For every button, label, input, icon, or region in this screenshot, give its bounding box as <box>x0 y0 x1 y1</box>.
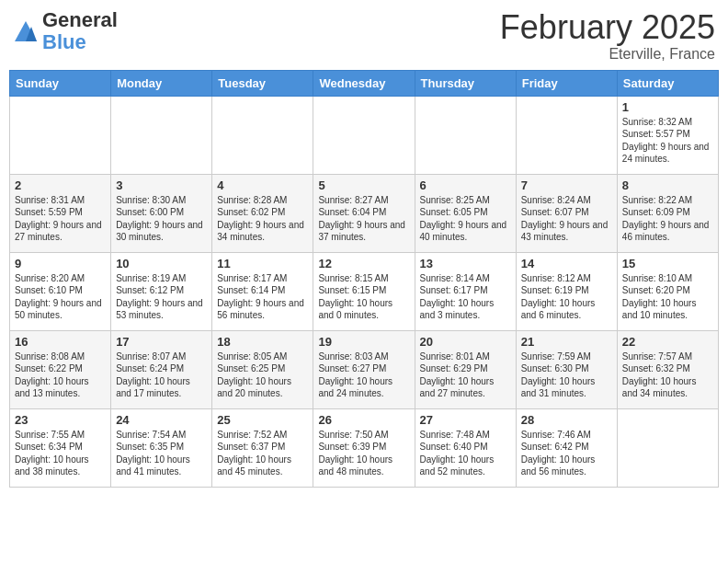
calendar-cell <box>212 96 313 174</box>
calendar-cell <box>111 96 212 174</box>
month-title: February 2025 <box>500 9 715 46</box>
location: Eterville, France <box>500 46 715 63</box>
day-info: Sunrise: 7:55 AM Sunset: 6:34 PM Dayligh… <box>15 429 106 478</box>
day-info: Sunrise: 8:14 AM Sunset: 6:17 PM Dayligh… <box>420 272 511 322</box>
calendar-cell: 5Sunrise: 8:27 AM Sunset: 6:04 PM Daylig… <box>313 174 415 252</box>
calendar-cell: 22Sunrise: 7:57 AM Sunset: 6:32 PM Dayli… <box>617 330 718 408</box>
col-friday: Friday <box>516 70 617 96</box>
day-number: 8 <box>622 178 713 192</box>
calendar-cell <box>313 96 415 174</box>
logo: General Blue <box>13 9 118 53</box>
calendar-week-1: 1Sunrise: 8:32 AM Sunset: 5:57 PM Daylig… <box>10 96 719 174</box>
calendar-cell: 27Sunrise: 7:48 AM Sunset: 6:40 PM Dayli… <box>415 408 516 487</box>
col-sunday: Sunday <box>10 70 111 96</box>
day-info: Sunrise: 8:22 AM Sunset: 6:09 PM Dayligh… <box>622 194 713 244</box>
day-info: Sunrise: 7:46 AM Sunset: 6:42 PM Dayligh… <box>521 429 612 478</box>
day-number: 5 <box>318 178 409 192</box>
calendar-cell: 13Sunrise: 8:14 AM Sunset: 6:17 PM Dayli… <box>415 252 516 330</box>
day-number: 28 <box>521 413 612 427</box>
calendar-cell <box>10 96 111 174</box>
day-number: 3 <box>116 178 207 192</box>
calendar-cell: 20Sunrise: 8:01 AM Sunset: 6:29 PM Dayli… <box>415 330 516 408</box>
calendar-cell: 18Sunrise: 8:05 AM Sunset: 6:25 PM Dayli… <box>212 330 313 408</box>
calendar-cell <box>617 408 718 487</box>
day-number: 4 <box>217 178 308 192</box>
day-number: 13 <box>420 257 511 270</box>
calendar-cell: 16Sunrise: 8:08 AM Sunset: 6:22 PM Dayli… <box>10 330 111 408</box>
day-info: Sunrise: 8:25 AM Sunset: 6:05 PM Dayligh… <box>420 194 511 244</box>
day-info: Sunrise: 8:01 AM Sunset: 6:29 PM Dayligh… <box>420 350 511 400</box>
logo-text: General Blue <box>42 9 118 53</box>
day-info: Sunrise: 7:59 AM Sunset: 6:30 PM Dayligh… <box>521 350 612 400</box>
day-number: 9 <box>15 257 106 270</box>
calendar-cell: 2Sunrise: 8:31 AM Sunset: 5:59 PM Daylig… <box>10 174 111 252</box>
calendar-cell: 21Sunrise: 7:59 AM Sunset: 6:30 PM Dayli… <box>516 330 617 408</box>
day-number: 2 <box>15 178 106 192</box>
day-info: Sunrise: 8:03 AM Sunset: 6:27 PM Dayligh… <box>318 350 409 400</box>
calendar-table: Sunday Monday Tuesday Wednesday Thursday… <box>9 70 719 488</box>
day-info: Sunrise: 8:17 AM Sunset: 6:14 PM Dayligh… <box>217 272 308 322</box>
day-info: Sunrise: 8:19 AM Sunset: 6:12 PM Dayligh… <box>116 272 207 322</box>
day-info: Sunrise: 8:32 AM Sunset: 5:57 PM Dayligh… <box>622 116 713 166</box>
day-info: Sunrise: 7:48 AM Sunset: 6:40 PM Dayligh… <box>420 429 511 478</box>
calendar-cell: 15Sunrise: 8:10 AM Sunset: 6:20 PM Dayli… <box>617 252 718 330</box>
calendar-cell: 26Sunrise: 7:50 AM Sunset: 6:39 PM Dayli… <box>313 408 415 487</box>
day-number: 16 <box>15 335 106 349</box>
day-info: Sunrise: 8:28 AM Sunset: 6:02 PM Dayligh… <box>217 194 308 244</box>
day-number: 19 <box>318 335 409 349</box>
calendar-cell: 11Sunrise: 8:17 AM Sunset: 6:14 PM Dayli… <box>212 252 313 330</box>
calendar-cell <box>415 96 516 174</box>
title-block: February 2025 Eterville, France <box>500 9 715 63</box>
calendar-cell: 6Sunrise: 8:25 AM Sunset: 6:05 PM Daylig… <box>415 174 516 252</box>
day-number: 23 <box>15 413 106 427</box>
day-info: Sunrise: 8:15 AM Sunset: 6:15 PM Dayligh… <box>318 272 409 322</box>
day-info: Sunrise: 7:52 AM Sunset: 6:37 PM Dayligh… <box>217 429 308 478</box>
logo-general: General <box>42 9 118 31</box>
day-number: 15 <box>622 257 713 270</box>
day-info: Sunrise: 8:05 AM Sunset: 6:25 PM Dayligh… <box>217 350 308 400</box>
day-number: 18 <box>217 335 308 349</box>
calendar-cell: 19Sunrise: 8:03 AM Sunset: 6:27 PM Dayli… <box>313 330 415 408</box>
calendar-cell: 23Sunrise: 7:55 AM Sunset: 6:34 PM Dayli… <box>10 408 111 487</box>
col-thursday: Thursday <box>415 70 516 96</box>
day-info: Sunrise: 8:27 AM Sunset: 6:04 PM Dayligh… <box>318 194 409 244</box>
calendar-cell: 12Sunrise: 8:15 AM Sunset: 6:15 PM Dayli… <box>313 252 415 330</box>
calendar-cell: 17Sunrise: 8:07 AM Sunset: 6:24 PM Dayli… <box>111 330 212 408</box>
calendar-week-3: 9Sunrise: 8:20 AM Sunset: 6:10 PM Daylig… <box>10 252 719 330</box>
day-info: Sunrise: 8:08 AM Sunset: 6:22 PM Dayligh… <box>15 350 106 400</box>
logo-blue: Blue <box>42 31 118 53</box>
calendar-cell: 28Sunrise: 7:46 AM Sunset: 6:42 PM Dayli… <box>516 408 617 487</box>
day-info: Sunrise: 8:24 AM Sunset: 6:07 PM Dayligh… <box>521 194 612 244</box>
day-number: 17 <box>116 335 207 349</box>
day-info: Sunrise: 8:07 AM Sunset: 6:24 PM Dayligh… <box>116 350 207 400</box>
day-info: Sunrise: 8:31 AM Sunset: 5:59 PM Dayligh… <box>15 194 106 244</box>
calendar-cell: 14Sunrise: 8:12 AM Sunset: 6:19 PM Dayli… <box>516 252 617 330</box>
day-number: 27 <box>420 413 511 427</box>
calendar-week-5: 23Sunrise: 7:55 AM Sunset: 6:34 PM Dayli… <box>10 408 719 487</box>
page-header: General Blue February 2025 Eterville, Fr… <box>9 9 719 63</box>
calendar-cell: 7Sunrise: 8:24 AM Sunset: 6:07 PM Daylig… <box>516 174 617 252</box>
day-number: 6 <box>420 178 511 192</box>
day-number: 7 <box>521 178 612 192</box>
day-number: 10 <box>116 257 207 270</box>
calendar-cell: 3Sunrise: 8:30 AM Sunset: 6:00 PM Daylig… <box>111 174 212 252</box>
day-number: 21 <box>521 335 612 349</box>
calendar-cell: 25Sunrise: 7:52 AM Sunset: 6:37 PM Dayli… <box>212 408 313 487</box>
day-number: 20 <box>420 335 511 349</box>
day-number: 26 <box>318 413 409 427</box>
col-saturday: Saturday <box>617 70 718 96</box>
col-monday: Monday <box>111 70 212 96</box>
day-info: Sunrise: 7:57 AM Sunset: 6:32 PM Dayligh… <box>622 350 713 400</box>
day-number: 1 <box>622 100 713 114</box>
calendar-cell: 4Sunrise: 8:28 AM Sunset: 6:02 PM Daylig… <box>212 174 313 252</box>
calendar-cell: 1Sunrise: 8:32 AM Sunset: 5:57 PM Daylig… <box>617 96 718 174</box>
day-info: Sunrise: 7:50 AM Sunset: 6:39 PM Dayligh… <box>318 429 409 478</box>
calendar-cell: 8Sunrise: 8:22 AM Sunset: 6:09 PM Daylig… <box>617 174 718 252</box>
day-number: 11 <box>217 257 308 270</box>
calendar-cell: 10Sunrise: 8:19 AM Sunset: 6:12 PM Dayli… <box>111 252 212 330</box>
day-number: 25 <box>217 413 308 427</box>
col-tuesday: Tuesday <box>212 70 313 96</box>
day-info: Sunrise: 8:10 AM Sunset: 6:20 PM Dayligh… <box>622 272 713 322</box>
calendar-cell: 9Sunrise: 8:20 AM Sunset: 6:10 PM Daylig… <box>10 252 111 330</box>
calendar-week-4: 16Sunrise: 8:08 AM Sunset: 6:22 PM Dayli… <box>10 330 719 408</box>
